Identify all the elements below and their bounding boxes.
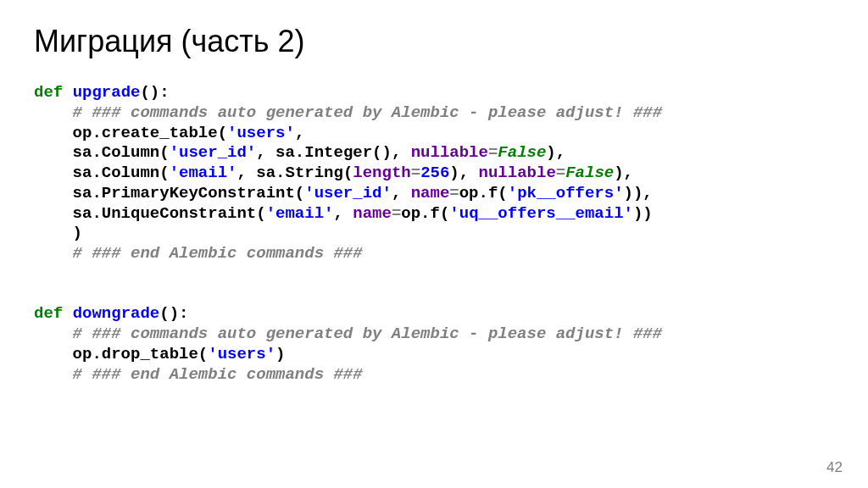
comment: # ### commands auto generated by Alembic… [73,324,663,343]
slide-title: Миграция (часть 2) [34,24,834,59]
number-literal: 256 [420,164,449,182]
comment: # ### end Alembic commands ### [73,365,363,384]
kwarg: nullable [411,143,488,162]
comment: # ### commands auto generated by Alembic… [73,103,663,122]
string-literal: 'user_id' [304,184,392,202]
const-false: False [565,164,614,182]
string-literal: 'uq__offers__email' [449,204,633,223]
const-false: False [498,143,546,162]
string-literal: 'email' [266,204,334,223]
string-literal: 'user_id' [170,143,257,162]
keyword-def: def [34,304,63,323]
kwarg: length [353,164,410,182]
code-block: def upgrade(): # ### commands auto gener… [34,83,834,385]
kwarg: name [411,184,450,202]
page-number: 42 [826,459,843,476]
func-upgrade: upgrade [73,83,141,102]
kwarg: nullable [479,164,556,182]
kwarg: name [353,204,392,223]
string-literal: 'pk__offers' [508,184,624,202]
string-literal: 'email' [170,164,237,182]
func-downgrade: downgrade [73,304,160,323]
comment: # ### end Alembic commands ### [73,244,363,263]
string-literal: 'users' [208,345,275,363]
keyword-def: def [34,83,63,102]
string-literal: 'users' [227,124,295,142]
